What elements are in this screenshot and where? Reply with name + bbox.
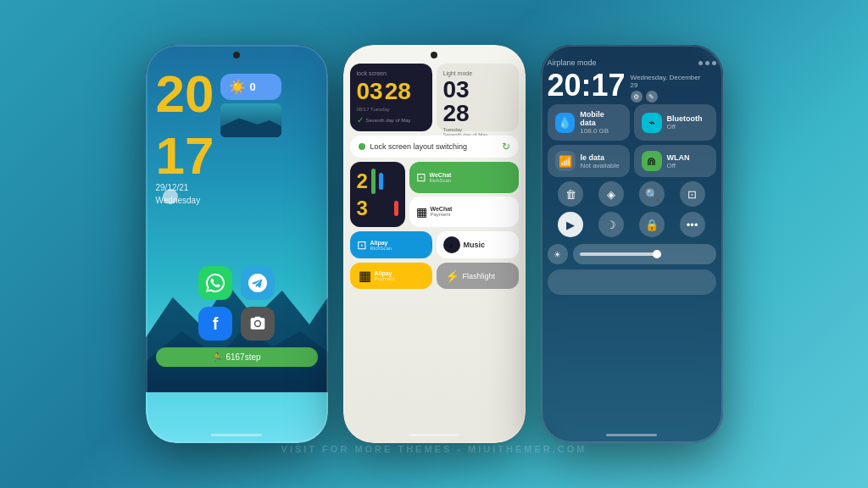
wlan-tile[interactable]: ⋒ WLAN Off — [634, 145, 716, 177]
share-button[interactable]: ⊡ — [680, 181, 705, 207]
diamond-button[interactable]: ◈ — [598, 181, 624, 207]
moon-icon — [163, 189, 178, 204]
phone2-indicator — [409, 434, 459, 436]
alipay2-label: Alipay — [375, 270, 395, 276]
cc-quick-icons: ⚙ ✎ — [631, 91, 701, 103]
cc-time: 20:17 — [548, 70, 626, 101]
mobile-data-tile[interactable]: 💧 Mobile data 108.0 GB — [548, 104, 630, 141]
dark-widget-label: lock screen — [357, 70, 426, 76]
flashlight-icon: ⚡ — [445, 269, 459, 283]
wechat-label: WeChat — [430, 172, 452, 178]
lock-switch-row[interactable]: Lock screen layout switching ↻ — [350, 136, 519, 158]
number-widget[interactable]: 2 3 — [350, 162, 405, 227]
alipay-music-row: ⊡ Alipay RichScan ♪ Music — [350, 231, 519, 258]
trash-button[interactable]: 🗑 — [558, 181, 583, 207]
mobile-data-info: Mobile data 108.0 GB — [580, 110, 621, 135]
refresh-icon: ↻ — [502, 141, 510, 152]
control-center-content: Airplane mode 20:17 Wednesday, December … — [548, 58, 716, 295]
le-data-label: le data — [581, 153, 620, 162]
le-data-status: Not available — [581, 162, 620, 169]
brightness-row: ☀ — [548, 244, 716, 264]
dark-clock-time2: 28 — [385, 80, 411, 103]
camera-icon[interactable] — [241, 307, 275, 341]
home-time2: 17 — [156, 132, 318, 180]
home-content: 20 ☀️ 0 17 29/12/21 Wednesday — [146, 70, 328, 205]
volume-slider[interactable] — [548, 269, 716, 295]
airplane-label: Airplane mode — [548, 58, 597, 67]
num-row-2: 3 — [357, 197, 398, 220]
phone-1: 20 ☀️ 0 17 29/12/21 Wednesday — [146, 45, 328, 443]
moon-button[interactable]: ☽ — [598, 212, 624, 237]
phone2-status-bar — [343, 52, 526, 58]
cc-weekday: Wednesday, December — [631, 74, 701, 81]
num-3: 3 — [357, 197, 368, 220]
mobile-data-icon: 💧 — [555, 113, 576, 133]
dark-clock-time1: 03 — [357, 80, 383, 103]
brightness-handle[interactable] — [653, 250, 661, 258]
qr-icon: ▦ — [416, 205, 427, 219]
mobile-data-label: Mobile data — [580, 110, 621, 127]
bar-red — [394, 201, 398, 216]
le-data-tile[interactable]: 📶 le data Not available — [548, 145, 630, 177]
dark-day-text: Seventh day of May — [366, 118, 411, 123]
telegram-icon[interactable] — [241, 266, 275, 300]
lock-button[interactable]: 🔒 — [639, 212, 665, 237]
wlan-status: Off — [667, 162, 690, 169]
light-clock-time2: 28 — [443, 102, 512, 125]
bluetooth-tile[interactable]: ⌁ Bluetooth Off — [634, 104, 716, 141]
whatsapp-icon[interactable] — [198, 266, 232, 300]
music-widget[interactable]: ♪ Music — [437, 231, 519, 258]
payment-label: Payment — [431, 212, 453, 217]
light-clock-widget[interactable]: Light mode 03 28 Tuesday Seventh day of … — [437, 64, 519, 131]
check-icon: ✓ — [357, 115, 364, 125]
bluetooth-icon: ⌁ — [642, 113, 662, 133]
bar-blue — [379, 173, 383, 190]
le-data-info: le data Not available — [581, 153, 620, 169]
num-wechat-row: 2 3 ⊡ WeChat RichScan ▦ — [350, 162, 519, 227]
flashlight-widget[interactable]: ⚡ Flashlight — [437, 263, 519, 289]
app-row-2: f — [156, 307, 318, 341]
wechat-richscan-widget[interactable]: ⊡ WeChat RichScan — [409, 162, 519, 193]
wlan-info: WLAN Off — [667, 153, 690, 169]
cc-icon-row-2: ▶ ☽ 🔒 ••• — [548, 212, 716, 237]
dots-button[interactable]: ••• — [680, 212, 705, 237]
run-icon: 🏃 — [212, 352, 222, 362]
weather-widget[interactable]: ☀️ 0 — [220, 74, 281, 100]
landscape-widget — [220, 103, 281, 137]
home-day: Wednesday — [156, 196, 318, 205]
play-button[interactable]: ▶ — [558, 212, 583, 237]
status-dot-2 — [705, 61, 709, 65]
alipay-richscan-label: RichScan — [370, 246, 392, 251]
wechat-payment-widget[interactable]: ▦ WeChat Payment — [409, 197, 519, 228]
richscan-label: RichScan — [430, 178, 452, 183]
mobile-data-value: 108.0 GB — [580, 127, 621, 135]
facebook-icon[interactable]: f — [198, 307, 232, 341]
wlan-label: WLAN — [667, 153, 690, 162]
alipay-scan-icon: ⊡ — [357, 238, 367, 252]
status-dot-3 — [712, 61, 716, 65]
cc-icon-row-1: 🗑 ◈ 🔍 ⊡ — [548, 181, 716, 207]
edit-small-icon[interactable]: ✎ — [646, 91, 658, 103]
step-widget[interactable]: 🏃 6167step — [156, 347, 318, 367]
dark-clock-date: 08/17 Tuesday — [357, 107, 426, 112]
brightness-bar-container[interactable] — [573, 244, 716, 264]
home-indicator — [211, 434, 262, 436]
light-clock-time1: 03 — [443, 78, 512, 102]
bluetooth-status: Off — [667, 123, 703, 130]
alipay-flash-row: ▦ Alipay Payment ⚡ Flashlight — [350, 263, 519, 289]
flashlight-label: Flashlight — [463, 272, 496, 280]
alipay2-payment-label: Payment — [375, 276, 395, 281]
wechat-column: ⊡ WeChat RichScan ▦ WeChat Payment — [409, 162, 519, 227]
lock-switch-dot — [359, 143, 365, 150]
mini-mountain — [220, 116, 281, 137]
light-widget-label: Light mode — [443, 70, 512, 76]
brightness-icon[interactable]: ☀ — [548, 244, 568, 264]
clock-widgets-row: lock screen 03 28 08/17 Tuesday ✓ Sevent… — [350, 64, 519, 131]
search-button[interactable]: 🔍 — [639, 181, 665, 207]
alipay-richscan-widget[interactable]: ⊡ Alipay RichScan — [350, 231, 432, 258]
alipay-payment-widget[interactable]: ▦ Alipay Payment — [350, 263, 432, 289]
lockscreen-content: lock screen 03 28 08/17 Tuesday ✓ Sevent… — [350, 64, 519, 289]
home-time: 20 — [156, 70, 214, 118]
gear-small-icon[interactable]: ⚙ — [631, 91, 643, 103]
dark-clock-widget[interactable]: lock screen 03 28 08/17 Tuesday ✓ Sevent… — [350, 64, 432, 131]
